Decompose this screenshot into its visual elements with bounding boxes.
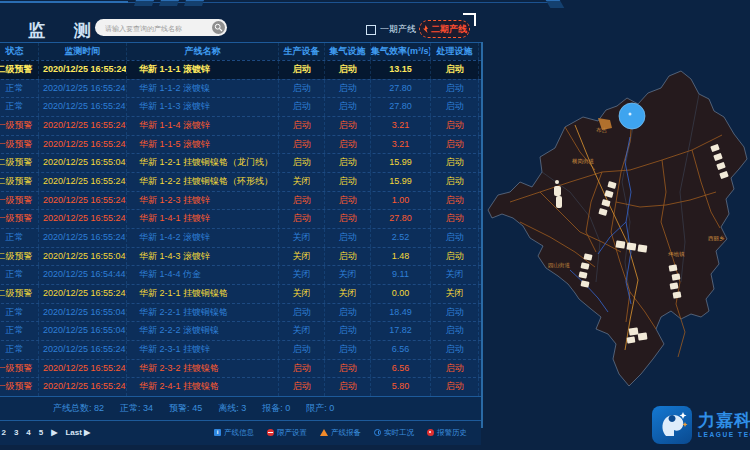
- deco-tab: [184, 0, 204, 6]
- col-prod-equip[interactable]: 生产设备: [279, 43, 325, 60]
- legend-line-info[interactable]: i 产线信息: [214, 428, 254, 438]
- cell-prod: 启动: [279, 192, 325, 210]
- legend-line-report[interactable]: 产线报备: [320, 428, 361, 438]
- map-alert-marker[interactable]: [619, 103, 645, 129]
- cell-eff: 18.49: [371, 304, 431, 322]
- last-page-button[interactable]: Last ▶: [65, 428, 90, 437]
- table-body: 二级预警2020/12/25 16:55:24华新 1-1-1 滚镀锌启动启动1…: [0, 60, 481, 396]
- cell-treat: 启动: [431, 192, 479, 210]
- cell-treat: 启动: [431, 360, 479, 378]
- cell-prod: 关闭: [279, 173, 325, 191]
- cell-eff: 3.21: [371, 117, 431, 135]
- table-row[interactable]: 正常2020/12/25 16:55:24华新 1-1-2 滚镀镍启动启动27.…: [0, 79, 481, 98]
- cell-gas: 启动: [325, 210, 371, 228]
- cell-prod: 关闭: [279, 229, 325, 247]
- table-row[interactable]: 一级预警2020/12/25 16:55:24华新 1-1-5 滚镀锌启动启动3…: [0, 135, 481, 154]
- table-row[interactable]: 一级预警2020/12/25 16:55:24华新 2-3-2 挂镀镍铬启动启动…: [0, 359, 481, 378]
- cell-status: 一级预警: [0, 360, 39, 378]
- next-page-button[interactable]: ▶: [51, 428, 57, 437]
- legend-limit-settings[interactable]: 限产设置: [267, 428, 307, 438]
- map-label: 布吉: [596, 127, 608, 133]
- table-row[interactable]: 正常2020/12/25 16:54:44华新 1-4-4 仿金关闭关闭9.11…: [0, 265, 481, 284]
- table-row[interactable]: 二级预警2020/12/25 16:55:24华新 1-1-1 滚镀锌启动启动1…: [0, 60, 481, 79]
- cell-status: 一级预警: [0, 117, 39, 135]
- cell-prod: 关闭: [279, 248, 325, 266]
- cell-eff: 2.52: [371, 229, 431, 247]
- cell-prod: 启动: [279, 61, 325, 79]
- table-row[interactable]: 正常2020/12/25 16:55:04华新 2-2-1 挂镀铜镍铬启动启动1…: [0, 303, 481, 322]
- cell-time: 2020/12/25 16:55:24: [39, 173, 127, 191]
- summary-limited: 限产: 0: [306, 402, 334, 415]
- legend-alarm-history[interactable]: 报警历史: [427, 428, 467, 438]
- table-row[interactable]: 正常2020/12/25 16:55:24华新 1-4-2 滚镀锌关闭启动2.5…: [0, 228, 481, 247]
- search-box[interactable]: [95, 19, 227, 36]
- cell-status: 正常: [0, 229, 39, 247]
- cell-gas: 启动: [325, 80, 371, 98]
- table-row[interactable]: 一级预警2020/12/25 16:55:24华新 1-4-1 挂镀锌启动启动2…: [0, 209, 481, 228]
- table-row[interactable]: 二级预警2020/12/25 16:55:24华新 1-2-2 挂镀铜镍铬（环形…: [0, 172, 481, 191]
- table-row[interactable]: 二级预警2020/12/25 16:55:04华新 1-2-1 挂镀铜镍铬（龙门…: [0, 153, 481, 172]
- district-shape: [488, 71, 747, 386]
- cell-time: 2020/12/25 16:55:24: [39, 117, 127, 135]
- page-2[interactable]: 2: [1, 428, 5, 437]
- table-row[interactable]: 一级预警2020/12/25 16:55:24华新 2-4-1 挂镀镍铬启动启动…: [0, 377, 481, 396]
- table-row[interactable]: 二级预警2020/12/25 16:55:04华新 1-4-3 滚镀锌关闭启动1…: [0, 247, 481, 266]
- cell-line: 华新 1-2-3 挂镀锌: [127, 192, 279, 210]
- phase1-filter[interactable]: 一期产线: [366, 23, 416, 36]
- info-icon: i: [214, 429, 221, 436]
- district-map[interactable]: 布吉 横岗街道 园山街道 坪地镇 西丽乡: [480, 42, 750, 400]
- cell-status: 二级预警: [0, 154, 39, 172]
- checkbox-icon[interactable]: [366, 25, 376, 35]
- cell-status: 正常: [0, 266, 39, 284]
- col-status[interactable]: 状态: [0, 43, 39, 60]
- summary-offline: 离线: 3: [218, 402, 246, 415]
- table-row[interactable]: 二级预警2020/12/25 16:55:24华新 2-1-1 挂镀铜镍铬关闭关…: [0, 284, 481, 303]
- cell-line: 华新 1-4-1 挂镀锌: [127, 210, 279, 228]
- cell-time: 2020/12/25 16:55:24: [39, 136, 127, 154]
- cell-prod: 启动: [279, 360, 325, 378]
- cell-status: 正常: [0, 341, 39, 359]
- cell-time: 2020/12/25 16:55:24: [39, 341, 127, 359]
- cell-line: 华新 2-2-2 滚镀铜镍: [127, 322, 279, 340]
- cell-prod: 关闭: [279, 266, 325, 284]
- cell-gas: 启动: [325, 341, 371, 359]
- cell-line: 华新 1-1-4 滚镀锌: [127, 117, 279, 135]
- gauge-icon: [374, 429, 381, 436]
- page-5[interactable]: 5: [39, 428, 43, 437]
- search-button[interactable]: [212, 21, 225, 34]
- cell-eff: 13.15: [371, 61, 431, 79]
- col-gas-efficiency[interactable]: 集气效率(m³/s): [371, 43, 431, 60]
- page-4[interactable]: 4: [26, 428, 30, 437]
- page-3[interactable]: 3: [14, 428, 18, 437]
- table-row[interactable]: 正常2020/12/25 16:55:24华新 2-3-1 挂镀锌启动启动6.5…: [0, 340, 481, 359]
- cell-eff: 5.80: [371, 378, 431, 396]
- cell-prod: 启动: [279, 210, 325, 228]
- cell-eff: 1.00: [371, 192, 431, 210]
- col-treat-facility[interactable]: 处理设施: [431, 43, 479, 60]
- cell-eff: 6.56: [371, 360, 431, 378]
- col-gas-facility[interactable]: 集气设施: [325, 43, 371, 60]
- table-row[interactable]: 正常2020/12/25 16:55:04华新 2-2-2 滚镀铜镍关闭启动17…: [0, 321, 481, 340]
- table-row[interactable]: 一级预警2020/12/25 16:55:24华新 1-1-4 滚镀锌启动启动3…: [0, 116, 481, 135]
- cell-line: 华新 1-4-2 滚镀锌: [127, 229, 279, 247]
- cell-treat: 启动: [431, 378, 479, 396]
- cell-treat: 启动: [431, 61, 479, 79]
- cell-gas: 关闭: [325, 285, 371, 303]
- cell-treat: 启动: [431, 341, 479, 359]
- cell-prod: 启动: [279, 304, 325, 322]
- col-time[interactable]: 监测时间: [39, 43, 127, 60]
- cell-status: 正常: [0, 304, 39, 322]
- legend-realtime-status[interactable]: 实时工况: [374, 428, 414, 438]
- table-row[interactable]: 一级预警2020/12/25 16:55:24华新 1-2-3 挂镀锌启动启动1…: [0, 191, 481, 210]
- summary-bar: 产线总数: 82 正常: 34 预警: 45 离线: 3 报备: 0 限产: 0: [0, 396, 481, 420]
- table-row[interactable]: 正常2020/12/25 16:55:24华新 1-1-3 滚镀锌启动启动27.…: [0, 97, 481, 116]
- cell-eff: 17.82: [371, 322, 431, 340]
- cell-status: 一级预警: [0, 192, 39, 210]
- cell-eff: 27.80: [371, 210, 431, 228]
- search-input[interactable]: [103, 20, 212, 37]
- col-line-name[interactable]: 产线名称: [127, 43, 279, 60]
- search-icon: [214, 23, 223, 32]
- cell-status: 二级预警: [0, 285, 39, 303]
- pagination: 1 2 3 4 5 ▶ Last ▶: [0, 428, 90, 437]
- flame-icon: [422, 25, 429, 33]
